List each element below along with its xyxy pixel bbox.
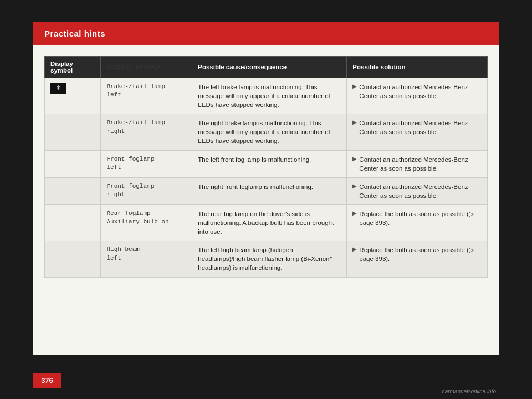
solution-text: Contact an authorized Mercedes-Benz Cent… (359, 119, 482, 136)
table-row: Rear foglamp Auxiliary bulb onThe rear f… (45, 204, 488, 241)
cell-symbol (45, 177, 101, 204)
lamp-icon: ✳ (50, 83, 66, 94)
cell-symbol (45, 114, 101, 150)
cell-solution: ▶Replace the bulb as soon as possible (▷… (347, 204, 488, 241)
table-row: High beam leftThe left high beam lamp (h… (45, 241, 488, 277)
header-bar: Practical hints (33, 22, 499, 45)
solution-text: Replace the bulb as soon as possible (▷ … (359, 209, 482, 227)
cell-solution: ▶Contact an authorized Mercedes-Benz Cen… (347, 114, 488, 150)
cell-solution: ▶Contact an authorized Mercedes-Benz Cen… (347, 150, 488, 177)
cell-message: High beam left (101, 241, 192, 277)
cell-message: Brake-/tail lamp left (101, 78, 192, 114)
col-header-cause: Possible cause/consequence (192, 57, 347, 78)
table-container: Display symbol Display message Possible … (33, 56, 499, 278)
table-row: Brake-/tail lamp rightThe right brake la… (45, 114, 488, 150)
cell-message: Front foglamp right (101, 177, 192, 204)
solution-text: Contact an authorized Mercedes-Benz Cent… (359, 155, 482, 173)
cell-cause: The left brake lamp is malfunctioning. T… (192, 78, 347, 114)
cell-symbol (45, 150, 101, 177)
bullet-arrow: ▶ (352, 209, 357, 217)
cell-cause: The right front foglamp is malfunctionin… (192, 177, 347, 204)
solution-text: Replace the bulb as soon as possible (▷ … (359, 245, 482, 263)
cell-message: Rear foglamp Auxiliary bulb on (101, 204, 192, 241)
cell-message: Brake-/tail lamp right (101, 114, 192, 150)
cell-cause: The left front fog lamp is malfunctionin… (192, 150, 347, 177)
bullet-arrow: ▶ (352, 119, 357, 126)
cell-cause: The rear fog lamp on the driver's side i… (192, 204, 347, 241)
bullet-arrow: ▶ (352, 245, 357, 253)
cell-symbol (45, 204, 101, 241)
col-header-message: Display message (101, 57, 192, 78)
page-title: Practical hints (44, 29, 105, 38)
col-header-solution: Possible solution (347, 57, 488, 78)
table-row: ✳Brake-/tail lamp leftThe left brake lam… (45, 78, 488, 114)
main-table: Display symbol Display message Possible … (44, 56, 488, 278)
page-number: 376 (33, 373, 61, 388)
bullet-arrow: ▶ (352, 83, 357, 90)
table-header-row: Display symbol Display message Possible … (45, 57, 488, 78)
bullet-arrow: ▶ (352, 155, 357, 163)
table-row: Front foglamp rightThe right front fogla… (45, 177, 488, 204)
cell-symbol (45, 241, 101, 277)
cell-symbol: ✳ (45, 78, 101, 114)
cell-cause: The right brake lamp is malfunctioning. … (192, 114, 347, 150)
solution-text: Contact an authorized Mercedes-Benz Cent… (359, 182, 482, 200)
bullet-arrow: ▶ (352, 182, 357, 190)
table-row: Front foglamp leftThe left front fog lam… (45, 150, 488, 177)
cell-solution: ▶Replace the bulb as soon as possible (▷… (347, 241, 488, 277)
watermark-text: carmanualsonline.info (442, 388, 496, 395)
cell-cause: The left high beam lamp (halogen headlam… (192, 241, 347, 277)
content-area: Practical hints Display symbol Display m… (33, 22, 499, 355)
cell-solution: ▶Contact an authorized Mercedes-Benz Cen… (347, 78, 488, 114)
solution-text: Contact an authorized Mercedes-Benz Cent… (359, 83, 482, 100)
cell-solution: ▶Contact an authorized Mercedes-Benz Cen… (347, 177, 488, 204)
table-body: ✳Brake-/tail lamp leftThe left brake lam… (45, 78, 488, 278)
col-header-symbol: Display symbol (45, 57, 101, 78)
cell-message: Front foglamp left (101, 150, 192, 177)
